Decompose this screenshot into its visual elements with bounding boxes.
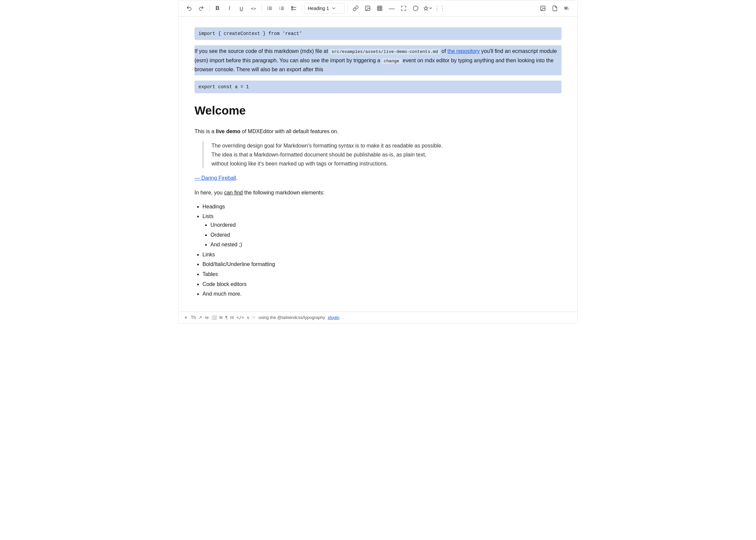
list-intro-after: the following markdown elements: <box>243 190 324 195</box>
blockquote-line1: The overriding design goal for Markdown'… <box>211 143 443 148</box>
fullscreen-button[interactable] <box>398 3 409 14</box>
code-tag-icon[interactable]: </> <box>236 314 244 321</box>
svg-point-24 <box>542 7 542 8</box>
blockquote-line3: without looking like it's been marked up… <box>211 161 388 166</box>
svg-point-5 <box>267 9 268 10</box>
list-intro-underline: can find <box>224 190 243 195</box>
list-item-formatting: Bold/Italic/Underline formatting <box>202 260 562 269</box>
blockquote: The overriding design goal for Markdown'… <box>202 141 562 168</box>
svg-point-4 <box>267 8 268 9</box>
hr-button[interactable]: — <box>386 3 397 14</box>
list-item-unordered: Unordered <box>210 221 562 229</box>
page-button[interactable] <box>550 3 560 14</box>
attribution-dot: . <box>236 175 237 181</box>
plugin-link[interactable]: plugin <box>328 314 339 321</box>
underline-button[interactable]: U <box>236 3 247 14</box>
text-dir-icon[interactable]: ¶ <box>225 314 227 321</box>
arrows-icon[interactable]: ↗ <box>198 314 202 321</box>
features-list: Headings Lists Unordered Ordered And nes… <box>202 202 562 298</box>
toolbar-right: M↓ <box>538 3 572 14</box>
intro-before: This is a <box>194 129 216 134</box>
bottom-text-th: Th <box>191 314 196 321</box>
bottom-text-lit: lit <box>219 314 222 321</box>
svg-point-17 <box>366 7 367 8</box>
bullet-list-button[interactable] <box>264 3 275 14</box>
list-item-headings: Headings <box>202 202 562 211</box>
bottom-bar: ☀ Th ↗ re ⬜ lit ¶ nt </> s ☞ using the @… <box>179 312 577 323</box>
sun-icon[interactable]: ☀ <box>184 314 188 321</box>
bottom-text-re: re <box>205 314 209 321</box>
svg-rect-18 <box>377 6 382 11</box>
copy-icon[interactable]: ⬜ <box>211 314 217 321</box>
inline-code-change: change <box>382 58 401 64</box>
list-item-ordered: Ordered <box>210 231 562 239</box>
svg-point-3 <box>267 7 268 7</box>
divider-1 <box>209 4 209 12</box>
import-code-block[interactable]: import { createContext } from 'react' <box>194 27 562 40</box>
sandbox-button[interactable] <box>410 3 421 14</box>
para-before: If you see the source code of this markd… <box>194 48 330 54</box>
grid-button[interactable]: ⋮⋮ <box>434 3 445 14</box>
list-item-lists: Lists Unordered Ordered And nested ;) <box>202 212 562 249</box>
image-button[interactable] <box>362 3 373 14</box>
task-list-button[interactable] <box>288 3 299 14</box>
svg-rect-14 <box>291 9 293 10</box>
cursor-icon[interactable]: ☞ <box>252 314 256 321</box>
intro-paragraph[interactable]: This is a live demo of MDXEditor with al… <box>194 127 562 136</box>
bottom-text-dot: . <box>342 314 343 321</box>
repository-link[interactable]: the repository <box>448 48 480 54</box>
inline-code-path: src/examples/assets/live-demo-contents.m… <box>330 49 440 55</box>
list-item-links: Links <box>202 250 562 259</box>
heading-select[interactable]: Heading 1 <box>305 3 345 14</box>
bottom-text-nt: nt <box>230 314 234 321</box>
divider-2 <box>261 4 262 12</box>
para-of: of <box>440 48 447 54</box>
divider-4 <box>347 4 348 12</box>
toolbar: B I U <> 1.2.3. Heading 1 <box>179 0 577 17</box>
list-intro-before: In here, you <box>194 190 224 195</box>
inline-code-button[interactable]: <> <box>248 3 259 14</box>
attribution-paragraph: — Daring Fireball. <box>194 173 562 182</box>
divider-3 <box>302 4 302 12</box>
image-insert-button[interactable] <box>538 3 548 14</box>
daring-fireball-link[interactable]: — Daring Fireball <box>194 175 236 181</box>
export-code-block[interactable]: export const a = 1 <box>194 81 562 93</box>
table-button[interactable] <box>374 3 385 14</box>
undo-button[interactable] <box>184 3 194 14</box>
intro-after: of MDXEditor with all default features o… <box>240 129 338 134</box>
list-intro-paragraph: In here, you can find the following mark… <box>194 188 562 197</box>
editor-wrapper: B I U <> 1.2.3. Heading 1 <box>178 0 578 324</box>
list-item-nested: And nested ;) <box>210 240 562 249</box>
blockquote-line2: The idea is that a Markdown-formatted do… <box>211 152 426 157</box>
selected-paragraph[interactable]: If you see the source code of this markd… <box>194 45 562 75</box>
bold-button[interactable]: B <box>212 3 223 14</box>
link-button[interactable] <box>350 3 361 14</box>
editor-content[interactable]: import { createContext } from 'react' If… <box>179 17 577 312</box>
list-item-code-blocks: Code block editors <box>202 280 562 289</box>
list-item-tables: Tables <box>202 270 562 279</box>
bottom-text-using: using the @tailwindcss/typography <box>258 314 325 321</box>
intro-bold: live demo <box>216 129 240 134</box>
bottom-text-s: s <box>247 314 249 321</box>
ordered-list-button[interactable]: 1.2.3. <box>276 3 287 14</box>
redo-button[interactable] <box>196 3 206 14</box>
svg-text:3.: 3. <box>279 9 281 10</box>
welcome-heading: Welcome <box>194 101 562 120</box>
nested-list: Unordered Ordered And nested ;) <box>210 221 562 249</box>
markdown-button[interactable]: M↓ <box>562 3 572 14</box>
shape-dropdown-button[interactable] <box>422 3 433 14</box>
italic-button[interactable]: I <box>224 3 235 14</box>
list-item-more: And much more. <box>202 290 562 298</box>
heading-select-label: Heading 1 <box>308 5 329 12</box>
